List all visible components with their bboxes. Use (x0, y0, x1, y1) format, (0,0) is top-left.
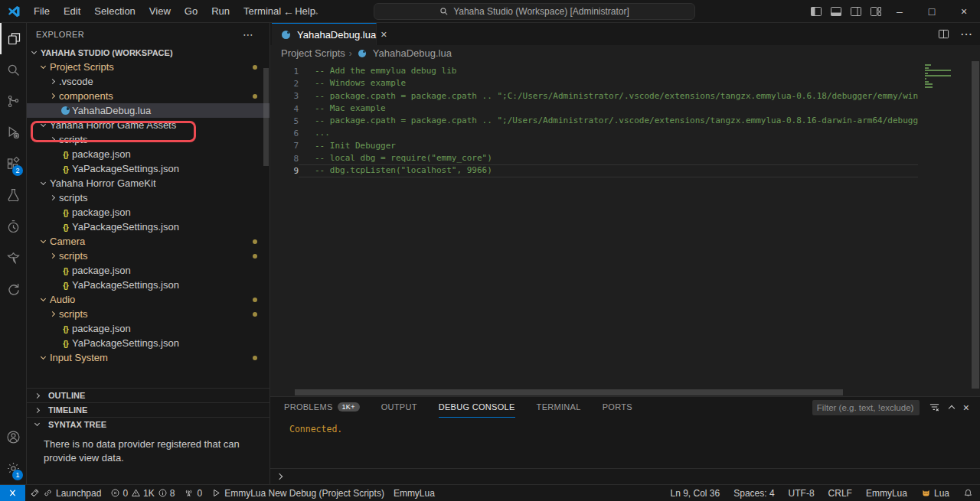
activity-testing-icon[interactable] (0, 180, 26, 211)
problems-status[interactable]: 0 1K 8 (106, 485, 179, 501)
activity-run-and-debug-icon[interactable] (0, 117, 26, 148)
activity-account-icon[interactable] (0, 421, 26, 453)
breadcrumb[interactable]: Project Scripts › YahahaDebug.lua (270, 45, 980, 61)
menu-run[interactable]: Run (204, 0, 237, 23)
tree-item-scripts[interactable]: scripts (27, 307, 270, 321)
editor-more-actions-icon[interactable]: ⋯ (960, 27, 972, 41)
menu-view[interactable]: View (142, 0, 178, 23)
nav-forward-icon[interactable]: → (308, 5, 322, 18)
tree-item-yahahadebug-lua[interactable]: YahahaDebug.lua (27, 103, 270, 118)
panel-tab-problems[interactable]: PROBLEMS1K+ (284, 397, 360, 418)
breadcrumb-folder[interactable]: Project Scripts (281, 47, 345, 59)
tree-item-package-json[interactable]: {}package.json (27, 263, 270, 278)
line-number: 5 (270, 116, 299, 126)
tree-item-audio[interactable]: Audio (27, 292, 270, 307)
close-panel-icon[interactable]: × (963, 402, 969, 414)
tree-item-scripts[interactable]: scripts (27, 249, 270, 263)
debug-status[interactable]: EmmyLua New Debug (Project Scripts) (207, 485, 389, 501)
lua-status[interactable]: Lua (914, 488, 956, 499)
minimize-button[interactable]: – (884, 0, 916, 23)
launchpad-status[interactable]: Launchpad (25, 485, 106, 501)
ports-status[interactable]: 0 (179, 485, 207, 501)
activity-yahaha-icon[interactable] (0, 242, 26, 274)
tree-item--vscode[interactable]: .vscode (27, 74, 270, 89)
tree-item-input-system[interactable]: Input System (27, 350, 270, 365)
tree-item-yahaha-horror-game-assets[interactable]: Yahaha Horror Game Assets (27, 118, 270, 132)
explorer-more-actions-icon[interactable]: ⋯ (243, 28, 254, 41)
panel-tab-debug-console[interactable]: DEBUG CONSOLE (439, 397, 515, 418)
remote-indicator[interactable] (0, 485, 25, 501)
tree-item-yahaha-horror-gamekit[interactable]: Yahaha Horror GameKit (27, 176, 270, 190)
command-center-search[interactable]: Yahaha Studio (Workspace) [Administrator… (374, 3, 695, 20)
debug-console-input[interactable] (270, 468, 980, 484)
encoding-status[interactable]: UTF-8 (782, 488, 822, 499)
code-line-5[interactable]: 5-- package.cpath = package.cpath .. ";/… (270, 115, 918, 127)
activity-explorer-icon[interactable] (0, 23, 26, 54)
maximize-panel-icon[interactable] (949, 404, 954, 411)
tree-item-camera[interactable]: Camera (27, 234, 270, 249)
code-line-9[interactable]: 9-- dbg.tcpListen("localhost", 9966) (270, 164, 918, 177)
code-line-7[interactable]: 7-- Init Debugger (270, 140, 918, 152)
code-line-3[interactable]: 3-- package.cpath = package.cpath .. ";C… (270, 90, 918, 102)
section-outline[interactable]: OUTLINE (27, 388, 270, 402)
notifications-status[interactable] (956, 488, 980, 498)
panel-tab-output[interactable]: OUTPUT (381, 397, 417, 418)
tree-item-yahaha-studio-workspace-[interactable]: YAHAHA STUDIO (WORKSPACE) (27, 45, 270, 60)
close-button[interactable]: × (948, 0, 980, 23)
tree-item-yapackagesettings-json[interactable]: {}YaPackageSettings.json (27, 161, 270, 176)
panel-tab-ports[interactable]: PORTS (603, 397, 632, 418)
tab-yahahadebug[interactable]: YahahaDebug.lua × (272, 23, 377, 45)
code-editor[interactable]: 1-- Add the emmylua debug lib2-- Windows… (270, 61, 980, 389)
indentation-status[interactable]: Spaces: 4 (727, 488, 781, 499)
panel-tab-terminal[interactable]: TERMINAL (537, 397, 581, 418)
activity-sync-icon[interactable] (0, 274, 26, 305)
minimap[interactable] (918, 61, 971, 389)
cursor-position-status[interactable]: Ln 9, Col 36 (664, 488, 727, 499)
maximize-button[interactable]: □ (916, 0, 948, 23)
section-syntax-tree[interactable]: SYNTAX TREE (27, 417, 270, 431)
tree-item-yapackagesettings-json[interactable]: {}YaPackageSettings.json (27, 220, 270, 234)
nav-back-icon[interactable]: ← (282, 5, 296, 18)
tree-item-package-json[interactable]: {}package.json (27, 205, 270, 220)
tree-item-scripts[interactable]: scripts (27, 190, 270, 205)
editor-horizontal-scrollbar[interactable] (270, 389, 980, 396)
debug-filter-input[interactable] (812, 400, 920, 415)
activity-timer-icon[interactable] (0, 211, 26, 242)
menu-go[interactable]: Go (178, 0, 204, 23)
menu-terminal[interactable]: Terminal (237, 0, 288, 23)
menu-file[interactable]: File (27, 0, 57, 23)
tree-item-yapackagesettings-json[interactable]: {}YaPackageSettings.json (27, 336, 270, 350)
tree-item-scripts[interactable]: scripts (27, 132, 270, 147)
tree-item-package-json[interactable]: {}package.json (27, 147, 270, 161)
section-timeline[interactable]: TIMELINE (27, 402, 270, 417)
breadcrumb-file[interactable]: YahahaDebug.lua (373, 47, 452, 59)
toggle-sidebar-icon[interactable] (810, 5, 822, 18)
tree-item-project-scripts[interactable]: Project Scripts (27, 60, 270, 74)
filter-icon[interactable] (929, 402, 940, 413)
activity-source-control-icon[interactable] (0, 86, 26, 117)
menu-selection[interactable]: Selection (87, 0, 142, 23)
menu-edit[interactable]: Edit (57, 0, 87, 23)
code-line-2[interactable]: 2-- Windows example (270, 77, 918, 89)
emmylua-status[interactable]: EmmyLua (389, 485, 439, 501)
activity-settings-icon[interactable]: 1 (0, 453, 26, 484)
code-line-8[interactable]: 8-- local dbg = require("emmy_core") (270, 152, 918, 164)
code-line-6[interactable]: 6... (270, 127, 918, 139)
activity-extensions-icon[interactable]: 2 (0, 148, 26, 180)
customize-layout-icon[interactable] (870, 5, 882, 18)
split-editor-icon[interactable] (938, 28, 949, 40)
activity-search-icon[interactable] (0, 54, 26, 86)
language-mode-status[interactable]: EmmyLua (859, 488, 914, 499)
tree-item-package-json[interactable]: {}package.json (27, 321, 270, 336)
eol-status[interactable]: CRLF (822, 488, 859, 499)
tab-close-icon[interactable]: × (381, 28, 387, 41)
sidebar-scrollbar[interactable] (263, 68, 269, 166)
toggle-panel-icon[interactable] (830, 5, 842, 18)
toggle-secondary-sidebar-icon[interactable] (850, 5, 862, 18)
code-line-4[interactable]: 4-- Mac example (270, 102, 918, 115)
tree-item-components[interactable]: components (27, 89, 270, 103)
tree-item-yapackagesettings-json[interactable]: {}YaPackageSettings.json (27, 278, 270, 292)
editor-vertical-scrollbar[interactable] (971, 61, 980, 389)
code-line-1[interactable]: 1-- Add the emmylua debug lib (270, 65, 918, 77)
window-title: Yahaha Studio (Workspace) [Administrator… (453, 6, 629, 17)
